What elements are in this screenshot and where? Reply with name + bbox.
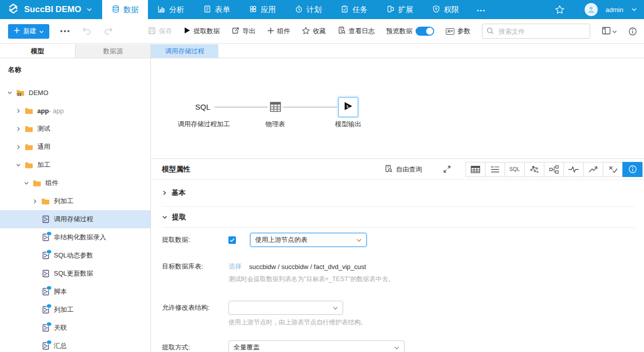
tree-item-processing[interactable]: 加工 bbox=[0, 156, 150, 174]
tree-item-test[interactable]: 测试 bbox=[0, 120, 150, 138]
extract-data-checkbox[interactable] bbox=[228, 236, 236, 244]
add-component-button[interactable]: 组件 bbox=[267, 27, 290, 36]
tree-item-label: 组件 bbox=[45, 179, 58, 188]
chevron-right-icon[interactable] bbox=[15, 144, 22, 150]
params-button[interactable]: X= 参数 bbox=[446, 27, 470, 36]
tree-item-association[interactable]: 关联 bbox=[0, 319, 150, 337]
plus-icon bbox=[267, 27, 274, 36]
nav-more-button[interactable] bbox=[468, 0, 494, 19]
section-basic[interactable]: 基本 bbox=[162, 180, 635, 207]
node-table-label: 物理表 bbox=[250, 120, 300, 129]
chevron-right-icon bbox=[162, 189, 167, 197]
chevron-right-icon[interactable] bbox=[31, 199, 39, 204]
list-view-button[interactable] bbox=[485, 162, 505, 177]
extract-mode-select[interactable]: 全量覆盖 bbox=[228, 340, 405, 352]
play-icon bbox=[184, 27, 191, 36]
node-sql[interactable]: SQL bbox=[195, 103, 210, 111]
model-file-badged-icon bbox=[42, 288, 50, 296]
relation-graph-button[interactable] bbox=[544, 162, 564, 177]
user-avatar[interactable] bbox=[585, 3, 598, 16]
user-name[interactable]: admin bbox=[606, 6, 623, 14]
table-view-button[interactable] bbox=[465, 162, 486, 177]
tree-item-script[interactable]: 脚本 bbox=[0, 283, 150, 301]
preview-badge-icon bbox=[46, 249, 52, 254]
extract-source-select[interactable]: 使用上游节点的表 bbox=[250, 233, 367, 247]
chevron-down-icon bbox=[162, 213, 168, 221]
shield-icon bbox=[432, 5, 440, 15]
search-icon bbox=[487, 27, 494, 36]
favorite-star-icon[interactable] bbox=[555, 5, 565, 14]
toolbar-more-button[interactable] bbox=[60, 30, 69, 32]
field-extract-mode: 提取方式: 全量覆盖 bbox=[162, 340, 635, 352]
nav-item-forms[interactable]: 表单 bbox=[194, 0, 239, 19]
tree-item-label: 通用 bbox=[37, 142, 50, 151]
tree-item-label: app bbox=[37, 107, 49, 115]
chevron-down-icon[interactable] bbox=[15, 162, 22, 168]
trend-view-button[interactable] bbox=[583, 162, 603, 177]
node-model-output[interactable] bbox=[338, 97, 358, 117]
preview-data-toggle[interactable] bbox=[416, 27, 434, 36]
free-query-button[interactable]: 自由查询 bbox=[384, 164, 422, 174]
tree-item-call-stored-procedure[interactable]: 调用存储过程 bbox=[0, 210, 150, 228]
section-extract[interactable]: 提取 bbox=[162, 207, 635, 228]
redo-icon[interactable] bbox=[104, 26, 114, 37]
brand-menu[interactable]: SuccBI DEMO bbox=[0, 0, 102, 19]
validation-view-button[interactable] bbox=[603, 162, 623, 177]
search-box bbox=[482, 24, 590, 39]
save-button[interactable]: 保存 bbox=[148, 27, 172, 36]
tree-item-column-processing[interactable]: 列加工 bbox=[0, 301, 150, 319]
tree-item-common[interactable]: 通用 bbox=[0, 138, 150, 156]
model-canvas[interactable]: SQL 调用存储过程加工 物理表 模型输出 bbox=[151, 58, 644, 159]
chevron-down-icon[interactable] bbox=[631, 8, 637, 12]
model-tree: DEMO app - app 测试 通用 加工 bbox=[0, 83, 150, 352]
info-icon[interactable] bbox=[628, 27, 637, 36]
new-button[interactable]: 新建 bbox=[8, 24, 49, 39]
tree-item-sql-dynamic-params[interactable]: SQL动态参数 bbox=[0, 246, 150, 265]
tree-name-header: 名称 bbox=[0, 58, 150, 79]
succbi-logo-icon bbox=[7, 3, 20, 17]
allow-modify-select[interactable] bbox=[228, 301, 343, 315]
plus-icon bbox=[14, 27, 20, 35]
expand-panel-icon[interactable] bbox=[443, 165, 451, 173]
tree-item-demo[interactable]: DEMO bbox=[0, 83, 150, 102]
new-button-label: 新建 bbox=[23, 27, 36, 36]
favorite-button[interactable]: 收藏 bbox=[302, 27, 326, 36]
nav-item-analysis[interactable]: 分析 bbox=[148, 0, 194, 19]
tree-item-label: 列加工 bbox=[54, 305, 73, 314]
info-view-button[interactable] bbox=[622, 162, 642, 177]
sql-view-button[interactable]: SQL bbox=[505, 162, 525, 177]
chevron-down-icon[interactable] bbox=[23, 181, 30, 186]
impact-analysis-button[interactable] bbox=[524, 162, 544, 177]
tree-item-components[interactable]: 组件 bbox=[0, 174, 150, 192]
choose-link[interactable]: 选择 bbox=[228, 262, 242, 271]
chevron-down-icon[interactable] bbox=[6, 90, 14, 96]
tree-item-summary[interactable]: 汇总 bbox=[0, 337, 150, 352]
nav-item-extensions[interactable]: 扩展 bbox=[377, 0, 423, 19]
chevron-right-icon[interactable] bbox=[15, 126, 22, 132]
data-monitor-button[interactable] bbox=[564, 162, 584, 177]
tree-item-column-processing-folder[interactable]: 列加工 bbox=[0, 192, 150, 210]
model-file-icon bbox=[42, 215, 50, 223]
tree-item-sql-update-data[interactable]: SQL更新数据 bbox=[0, 265, 150, 283]
chevron-right-icon[interactable] bbox=[15, 108, 22, 114]
nav-item-data[interactable]: 数据 bbox=[102, 0, 148, 19]
export-button[interactable]: 导出 bbox=[231, 27, 256, 36]
chart-icon bbox=[157, 5, 166, 15]
view-log-button[interactable]: 查看日志 bbox=[338, 26, 375, 36]
extract-data-button[interactable]: 提取数据 bbox=[184, 27, 220, 36]
tab-datasource[interactable]: 数据源 bbox=[75, 44, 150, 58]
tree-item-app[interactable]: app - app bbox=[0, 102, 150, 120]
document-tab-active[interactable]: 调用存储过程 bbox=[151, 44, 218, 58]
nav-item-tasks[interactable]: 任务 bbox=[331, 0, 377, 19]
tab-model[interactable]: 模型 bbox=[0, 44, 75, 58]
nav-item-permissions[interactable]: 权限 bbox=[423, 0, 468, 19]
layout-view-button[interactable] bbox=[602, 27, 617, 36]
nav-item-plans[interactable]: 计划 bbox=[285, 0, 331, 19]
preview-data-toggle-group: 预览数据 bbox=[386, 27, 434, 36]
nav-item-apps[interactable]: 应用 bbox=[239, 0, 285, 19]
select-value: 全量覆盖 bbox=[233, 343, 394, 352]
node-physical-table[interactable] bbox=[270, 102, 281, 114]
undo-icon[interactable] bbox=[82, 26, 92, 37]
tree-item-unstructured-entry[interactable]: 非结构化数据录入 bbox=[0, 228, 150, 246]
search-input[interactable] bbox=[482, 24, 590, 39]
